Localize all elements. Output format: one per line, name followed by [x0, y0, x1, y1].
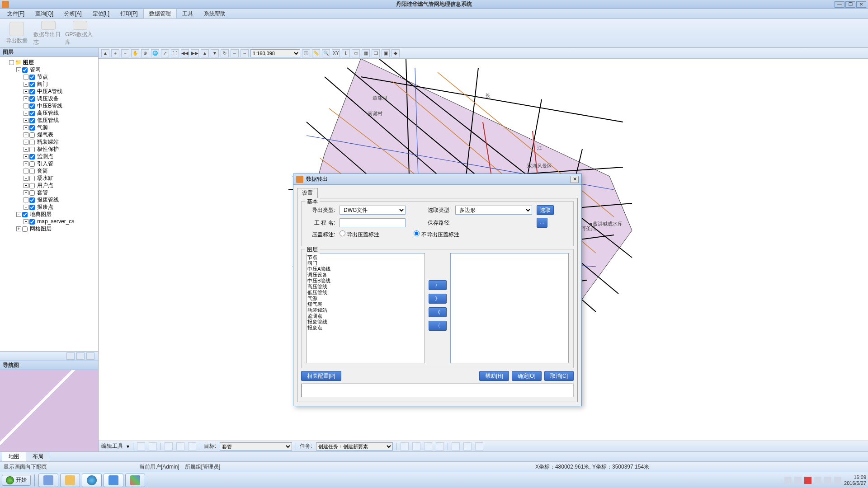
list-item[interactable]: 中压A管线: [307, 266, 424, 272]
list-item[interactable]: 高压管线: [307, 284, 424, 290]
minimize-button[interactable]: —: [835, 1, 844, 8]
tree-checkbox[interactable]: [29, 205, 35, 210]
tree-checkbox[interactable]: [22, 67, 28, 73]
tree-leaf[interactable]: + 低压管线: [24, 117, 96, 124]
tree-leaf[interactable]: + 高压管线: [24, 109, 96, 117]
tree-expand-icon[interactable]: -: [9, 60, 14, 65]
tree-leaf[interactable]: + 套筒: [24, 167, 96, 174]
tree-root-node[interactable]: -📁 图层: [9, 59, 96, 66]
tree-checkbox[interactable]: [29, 147, 35, 152]
tree-checkbox[interactable]: [29, 132, 35, 138]
tree-expand-icon[interactable]: +: [24, 118, 28, 123]
radio-no-export-cover[interactable]: [414, 230, 420, 236]
list-item[interactable]: 节点: [307, 254, 424, 260]
tree-checkbox[interactable]: [29, 219, 35, 225]
tool-identify-icon[interactable]: ⓘ: [302, 49, 310, 57]
tree-checkbox[interactable]: [22, 226, 28, 232]
edit-attr-icon[interactable]: [463, 442, 472, 450]
edit-line-icon[interactable]: [424, 442, 432, 450]
tool-layer-icon[interactable]: ❏: [372, 49, 380, 57]
tree-expand-icon[interactable]: +: [24, 154, 28, 159]
edit-poly-icon[interactable]: [436, 442, 444, 450]
tree-leaf[interactable]: + 中压B管线: [24, 102, 96, 109]
tree-expand-icon[interactable]: +: [16, 226, 21, 231]
tree-expand-icon[interactable]: +: [24, 205, 28, 210]
button-move-all-right[interactable]: 》: [429, 294, 447, 304]
tree-expand-icon[interactable]: +: [24, 125, 28, 130]
tree-leaf[interactable]: + 煤气表: [24, 131, 96, 138]
nav-minimap[interactable]: [0, 370, 98, 451]
tray-icon[interactable]: [814, 477, 821, 484]
radio-export-cover-label[interactable]: 导出压盖标注: [340, 230, 379, 239]
tree-expand-icon[interactable]: +: [24, 176, 28, 181]
edit-rect-icon[interactable]: [401, 442, 409, 450]
tree-leaf[interactable]: + 监测点: [24, 153, 96, 160]
tray-flag-icon[interactable]: [804, 477, 811, 484]
taskbar-app-2[interactable]: [60, 474, 80, 487]
dialog-titlebar[interactable]: 数据转出 ✕: [293, 174, 581, 185]
button-move-right[interactable]: 〉: [429, 280, 447, 290]
input-project-name[interactable]: [340, 218, 406, 227]
tree-expand-icon[interactable]: -: [16, 212, 21, 217]
menu-help[interactable]: 系统帮助: [198, 9, 231, 19]
edit-pencil-icon[interactable]: [149, 442, 157, 450]
tree-expand-icon[interactable]: -: [16, 67, 21, 72]
tree-leaf[interactable]: + 套管: [24, 189, 96, 196]
tree-expand-icon[interactable]: +: [24, 75, 28, 80]
close-button[interactable]: ✕: [856, 1, 866, 8]
tool-pointer-icon[interactable]: ▲: [101, 49, 109, 57]
tree-expand-icon[interactable]: +: [24, 147, 28, 152]
tool-pan-icon[interactable]: ✋: [131, 49, 139, 57]
list-item[interactable]: 调压设备: [307, 272, 424, 278]
taskbar-app-3[interactable]: [82, 474, 102, 487]
tree-leaf[interactable]: + 节点: [24, 73, 96, 80]
ribbon-export-log[interactable]: 数据导出日志: [33, 21, 63, 46]
tree-leaf[interactable]: + map_server_cs: [24, 218, 96, 225]
edit-prop-icon[interactable]: [452, 442, 460, 450]
tool-zoomout-icon[interactable]: －: [121, 49, 129, 57]
taskbar-app-4[interactable]: [104, 474, 123, 487]
tree-checkbox[interactable]: [29, 96, 35, 102]
menu-file[interactable]: 文件[F]: [2, 9, 30, 19]
tree-leaf[interactable]: + 中压A管线: [24, 88, 96, 95]
edit-pointer-icon[interactable]: [137, 442, 145, 450]
tree-checkbox[interactable]: [29, 111, 35, 116]
select-task[interactable]: 创建任务：创建新要素: [316, 442, 393, 450]
list-item[interactable]: 低压管线: [307, 290, 424, 296]
tool-globe-icon[interactable]: 🌐: [151, 49, 159, 57]
button-cancel[interactable]: 取消[C]: [544, 371, 574, 381]
tool-down-icon[interactable]: ▼: [211, 49, 219, 57]
tree-checkbox[interactable]: [29, 89, 35, 94]
button-move-left[interactable]: 〈: [429, 321, 447, 331]
scale-select[interactable]: 1:160,098: [250, 49, 300, 57]
tree-checkbox[interactable]: [29, 161, 35, 167]
tool-expand-icon[interactable]: ⛶: [171, 49, 179, 57]
tree-leaf[interactable]: + 调压设备: [24, 95, 96, 102]
menu-tools[interactable]: 工具: [177, 9, 198, 19]
tree-expand-icon[interactable]: +: [24, 82, 28, 87]
menu-locate[interactable]: 定位[L]: [87, 9, 115, 19]
tray-volume-icon[interactable]: [834, 477, 841, 484]
list-item[interactable]: 中压B管线: [307, 278, 424, 284]
list-item[interactable]: 报废管线: [307, 319, 424, 325]
edit-redo-icon[interactable]: [188, 442, 196, 450]
tool-more-icon[interactable]: ◆: [392, 49, 400, 57]
tool-clear-select-icon[interactable]: ▦: [362, 49, 370, 57]
button-select-area[interactable]: 选取: [537, 205, 554, 215]
tray-icon[interactable]: [784, 477, 792, 484]
tool-back-icon[interactable]: ←: [231, 49, 239, 57]
tree-expand-icon[interactable]: +: [24, 103, 28, 108]
tool-xy-icon[interactable]: XY: [332, 49, 340, 57]
tool-zoomin-icon[interactable]: ＋: [111, 49, 119, 57]
select-export-type[interactable]: DWG文件: [340, 206, 406, 215]
select-select-type[interactable]: 多边形: [455, 206, 532, 215]
tree-expand-icon[interactable]: +: [24, 111, 28, 116]
ribbon-gps-import[interactable]: GPS数据入库: [65, 21, 95, 46]
tool-find-icon[interactable]: 🔍: [322, 49, 330, 57]
tree-group[interactable]: + 网格图层: [16, 225, 96, 232]
button-related-config[interactable]: 相关配置[P]: [301, 371, 341, 381]
pager-end-icon[interactable]: [86, 352, 94, 360]
menu-print[interactable]: 打印[P]: [115, 9, 143, 19]
tree-leaf[interactable]: + 报废点: [24, 203, 96, 211]
button-help[interactable]: 帮助[H]: [479, 371, 509, 381]
